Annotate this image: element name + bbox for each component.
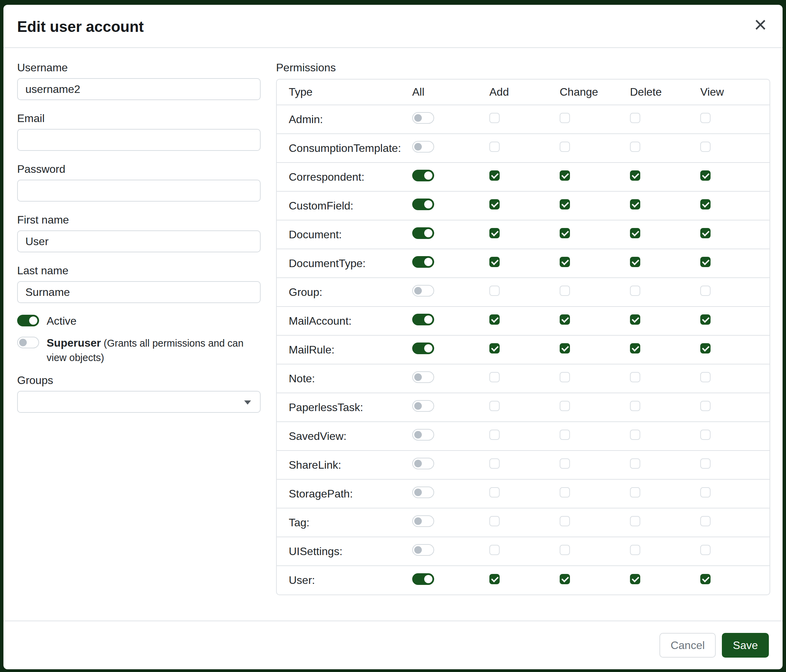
permission-view-checkbox[interactable] <box>700 228 711 238</box>
permission-view-checkbox[interactable] <box>700 113 711 123</box>
permission-add-checkbox[interactable] <box>489 228 500 238</box>
close-icon[interactable]: × <box>752 16 769 33</box>
permission-all-toggle[interactable] <box>412 256 434 268</box>
permission-delete-checkbox[interactable] <box>630 170 640 181</box>
permission-change-checkbox[interactable] <box>560 228 570 238</box>
permission-add-checkbox[interactable] <box>489 574 500 584</box>
permission-view-checkbox[interactable] <box>700 343 711 353</box>
permission-add-checkbox[interactable] <box>489 314 500 325</box>
permission-delete-checkbox[interactable] <box>630 574 640 584</box>
permission-delete-checkbox[interactable] <box>630 286 640 296</box>
save-button[interactable]: Save <box>722 633 769 658</box>
groups-select[interactable] <box>17 391 261 413</box>
permission-delete-checkbox[interactable] <box>630 545 640 555</box>
username-input[interactable] <box>17 78 261 100</box>
permission-view-checkbox[interactable] <box>700 401 711 411</box>
permission-delete-checkbox[interactable] <box>630 487 640 498</box>
active-toggle[interactable] <box>17 315 39 327</box>
permission-add-checkbox[interactable] <box>489 458 500 469</box>
permission-delete-checkbox[interactable] <box>630 199 640 209</box>
permission-delete-checkbox[interactable] <box>630 430 640 440</box>
permission-view-checkbox[interactable] <box>700 545 711 555</box>
permission-delete-checkbox[interactable] <box>630 228 640 238</box>
permission-view-checkbox[interactable] <box>700 141 711 152</box>
permission-view-checkbox[interactable] <box>700 574 711 584</box>
email-input[interactable] <box>17 129 261 151</box>
permission-change-checkbox[interactable] <box>560 401 570 411</box>
permission-all-toggle[interactable] <box>412 141 434 152</box>
permission-view-checkbox[interactable] <box>700 458 711 469</box>
permission-view-checkbox[interactable] <box>700 286 711 296</box>
permission-all-toggle[interactable] <box>412 227 434 239</box>
permission-add-checkbox[interactable] <box>489 199 500 209</box>
permission-delete-checkbox[interactable] <box>630 372 640 382</box>
modal-backdrop: Edit user account × Username Email Passw… <box>0 0 786 672</box>
permission-add-checkbox[interactable] <box>489 286 500 296</box>
permission-row: SavedView: <box>277 422 770 451</box>
permission-all-toggle[interactable] <box>412 112 434 124</box>
permission-change-checkbox[interactable] <box>560 487 570 498</box>
permission-add-checkbox[interactable] <box>489 545 500 555</box>
permission-all-toggle[interactable] <box>412 285 434 297</box>
permission-delete-checkbox[interactable] <box>630 343 640 353</box>
permission-change-checkbox[interactable] <box>560 545 570 555</box>
permission-change-checkbox[interactable] <box>560 286 570 296</box>
permission-change-checkbox[interactable] <box>560 257 570 267</box>
permission-add-checkbox[interactable] <box>489 401 500 411</box>
permission-change-checkbox[interactable] <box>560 141 570 152</box>
permission-add-checkbox[interactable] <box>489 516 500 526</box>
permission-add-checkbox[interactable] <box>489 141 500 152</box>
permission-change-checkbox[interactable] <box>560 343 570 353</box>
permission-add-checkbox[interactable] <box>489 343 500 353</box>
cancel-button[interactable]: Cancel <box>659 633 716 658</box>
password-input[interactable] <box>17 180 261 202</box>
permission-all-toggle[interactable] <box>412 198 434 210</box>
permission-view-checkbox[interactable] <box>700 372 711 382</box>
permission-delete-checkbox[interactable] <box>630 458 640 469</box>
permission-add-checkbox[interactable] <box>489 487 500 498</box>
permission-delete-checkbox[interactable] <box>630 257 640 267</box>
permission-view-checkbox[interactable] <box>700 314 711 325</box>
permission-delete-checkbox[interactable] <box>630 314 640 325</box>
permission-type-label: Tag: <box>289 517 309 529</box>
permission-change-checkbox[interactable] <box>560 516 570 526</box>
permission-change-checkbox[interactable] <box>560 314 570 325</box>
last-name-input[interactable] <box>17 281 261 303</box>
permission-view-checkbox[interactable] <box>700 170 711 181</box>
permission-all-toggle[interactable] <box>412 342 434 354</box>
permission-delete-checkbox[interactable] <box>630 141 640 152</box>
permission-add-checkbox[interactable] <box>489 113 500 123</box>
permission-change-checkbox[interactable] <box>560 199 570 209</box>
permission-all-toggle[interactable] <box>412 429 434 441</box>
permission-add-checkbox[interactable] <box>489 372 500 382</box>
permission-delete-checkbox[interactable] <box>630 516 640 526</box>
permission-add-checkbox[interactable] <box>489 257 500 267</box>
first-name-field-group: First name <box>17 213 261 252</box>
permission-add-checkbox[interactable] <box>489 430 500 440</box>
permission-change-checkbox[interactable] <box>560 458 570 469</box>
permission-change-checkbox[interactable] <box>560 574 570 584</box>
permission-all-toggle[interactable] <box>412 170 434 181</box>
first-name-input[interactable] <box>17 231 261 252</box>
permission-all-toggle[interactable] <box>412 487 434 498</box>
permission-all-toggle[interactable] <box>412 573 434 585</box>
permission-change-checkbox[interactable] <box>560 372 570 382</box>
permission-add-checkbox[interactable] <box>489 170 500 181</box>
permission-view-checkbox[interactable] <box>700 516 711 526</box>
permission-change-checkbox[interactable] <box>560 113 570 123</box>
permission-all-toggle[interactable] <box>412 400 434 412</box>
permission-view-checkbox[interactable] <box>700 257 711 267</box>
permission-delete-checkbox[interactable] <box>630 113 640 123</box>
permission-view-checkbox[interactable] <box>700 430 711 440</box>
permission-all-toggle[interactable] <box>412 314 434 325</box>
permission-all-toggle[interactable] <box>412 544 434 556</box>
permission-view-checkbox[interactable] <box>700 487 711 498</box>
permission-change-checkbox[interactable] <box>560 430 570 440</box>
permission-all-toggle[interactable] <box>412 458 434 469</box>
permission-all-toggle[interactable] <box>412 515 434 527</box>
permission-all-toggle[interactable] <box>412 371 434 383</box>
superuser-toggle[interactable] <box>17 337 39 349</box>
permission-change-checkbox[interactable] <box>560 170 570 181</box>
permission-view-checkbox[interactable] <box>700 199 711 209</box>
permission-delete-checkbox[interactable] <box>630 401 640 411</box>
